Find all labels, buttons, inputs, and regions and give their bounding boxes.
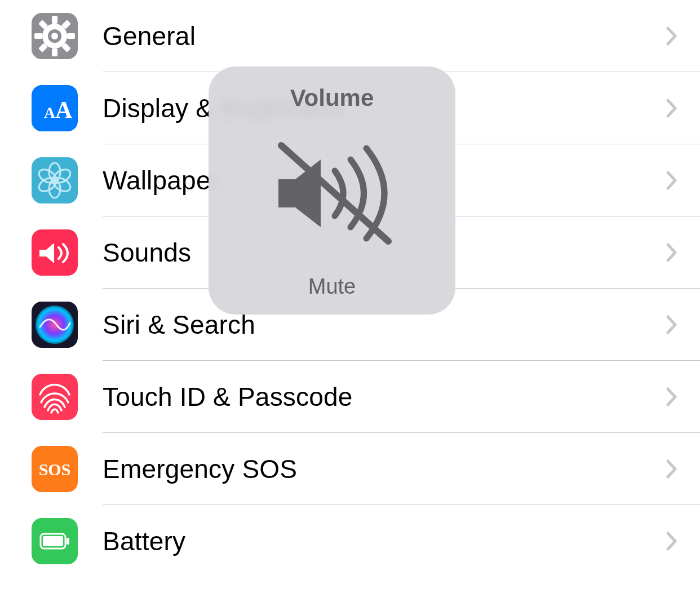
chevron-right-icon: [666, 315, 677, 334]
svg-rect-31: [67, 538, 69, 545]
chevron-right-icon: [666, 532, 677, 551]
svg-text:A: A: [55, 97, 73, 123]
svg-rect-32: [43, 536, 63, 546]
settings-row-sos[interactable]: SOSEmergency SOS: [0, 433, 700, 505]
fingerprint-icon: [32, 374, 78, 420]
chevron-right-icon: [666, 243, 677, 262]
svg-text:SOS: SOS: [39, 460, 71, 479]
settings-screen: GeneralAADisplay & BrightnessWallpaperSo…: [0, 0, 700, 606]
speaker-mute-icon: [267, 112, 397, 275]
chevron-right-icon: [666, 459, 677, 479]
chevron-right-icon: [666, 171, 677, 190]
battery-icon: [32, 518, 78, 564]
settings-row-label: Battery: [103, 526, 655, 556]
svg-rect-7: [34, 33, 42, 39]
settings-row-battery[interactable]: Battery: [0, 505, 700, 577]
settings-row-label: General: [103, 21, 655, 51]
svg-rect-3: [67, 33, 75, 39]
svg-rect-23: [32, 229, 78, 276]
svg-rect-5: [52, 48, 57, 56]
volume-hud: Volume Mute: [209, 67, 455, 315]
volume-hud-status: Mute: [308, 275, 356, 299]
siri-icon: [32, 302, 78, 348]
svg-text:A: A: [44, 104, 56, 121]
settings-row-touchid[interactable]: Touch ID & Passcode: [0, 361, 700, 433]
chevron-right-icon: [666, 99, 677, 118]
settings-row-label: Touch ID & Passcode: [103, 382, 655, 412]
svg-rect-26: [32, 374, 78, 420]
svg-rect-1: [52, 16, 57, 24]
gear-icon: [32, 13, 78, 59]
settings-row-general[interactable]: General: [0, 0, 700, 72]
volume-hud-title: Volume: [290, 85, 374, 112]
chevron-right-icon: [666, 26, 677, 46]
aa-icon: AA: [32, 85, 78, 131]
chevron-right-icon: [666, 387, 677, 406]
flower-icon: [32, 157, 78, 204]
settings-row-label: Emergency SOS: [103, 454, 655, 484]
speaker-icon: [32, 229, 78, 276]
sos-icon: SOS: [32, 446, 78, 492]
svg-point-11: [51, 33, 58, 39]
